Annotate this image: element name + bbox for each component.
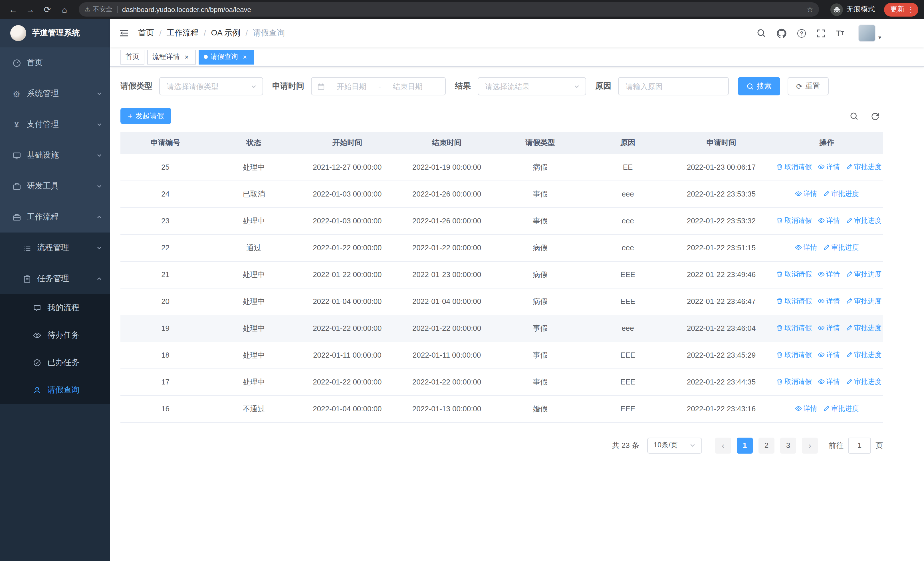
page-size-select[interactable]: 10条/页 [647,437,702,453]
approval-progress-link[interactable]: 审批进度 [846,270,882,279]
sidebar-item-home[interactable]: 首页 [0,47,110,78]
detail-link[interactable]: 详情 [818,350,840,360]
sidebar-item-devtools[interactable]: 研发工具 [0,171,110,202]
end-date-input[interactable] [384,81,431,91]
close-icon[interactable]: × [241,53,249,61]
approval-progress-link[interactable]: 审批进度 [823,404,859,414]
detail-link[interactable]: 详情 [818,377,840,387]
sidebar-item-my-process[interactable]: 我的流程 [0,294,110,322]
browser-home-button[interactable]: ⌂ [57,2,72,17]
reason-input[interactable] [624,81,723,91]
page-button-1[interactable]: 1 [737,437,753,453]
detail-link[interactable]: 详情 [818,323,840,333]
reset-button[interactable]: ⟳ 重置 [788,77,829,95]
approval-progress-link[interactable]: 审批进度 [823,189,859,199]
result-select[interactable] [478,77,586,95]
cancel-leave-link[interactable]: 取消请假 [776,162,812,172]
prev-page-button[interactable]: ‹ [715,437,731,453]
tab-leave-query[interactable]: 请假查询 × [199,50,254,64]
approval-progress-link[interactable]: 审批进度 [846,350,882,360]
sidebar-item-payment[interactable]: ¥ 支付管理 [0,109,110,140]
create-leave-button[interactable]: + 发起请假 [120,108,171,124]
sidebar-collapse-button[interactable] [119,28,129,38]
hamburger-icon [119,28,129,38]
detail-link[interactable]: 详情 [795,189,817,199]
browser-back-button[interactable]: ← [6,2,21,17]
address-bar[interactable]: ⚠ 不安全 dashboard.yudao.iocoder.cn/bpm/oa/… [79,2,819,17]
apply-time-range-picker[interactable]: - [311,77,446,95]
cancel-leave-link[interactable]: 取消请假 [776,350,812,360]
help-icon[interactable]: ? [797,29,806,38]
sidebar-item-infrastructure[interactable]: 基础设施 [0,140,110,171]
table-toolbar: + 发起请假 [120,108,883,124]
detail-link[interactable]: 详情 [795,404,817,414]
toggle-search-icon[interactable] [850,112,858,120]
sidebar-item-task-management[interactable]: 任务管理 [0,263,110,294]
approval-progress-link[interactable]: 审批进度 [846,377,882,387]
cancel-leave-link[interactable]: 取消请假 [776,377,812,387]
sidebar-item-process-management[interactable]: 流程管理 [0,233,110,263]
sidebar-item-workflow[interactable]: 工作流程 [0,202,110,233]
cell-end: 2022-01-11 00:00:00 [397,341,496,368]
cell-id: 19 [120,315,210,341]
user-menu[interactable]: ▾ [858,24,881,42]
detail-link[interactable]: 详情 [795,243,817,253]
sidebar-item-leave-query[interactable]: 请假查询 [0,376,110,404]
start-date-input[interactable] [328,81,375,91]
page-button-2[interactable]: 2 [759,437,774,453]
page-button-3[interactable]: 3 [780,437,796,453]
header-search-icon[interactable] [757,29,766,38]
reason-input-box[interactable] [618,77,729,95]
cancel-leave-link[interactable]: 取消请假 [776,296,812,306]
close-icon[interactable]: × [183,53,190,61]
forward-icon: → [26,5,34,14]
breadcrumb-workflow[interactable]: 工作流程 [166,28,199,38]
eye-icon [795,405,802,412]
approval-progress-link[interactable]: 审批进度 [823,243,859,253]
cancel-leave-link[interactable]: 取消请假 [776,270,812,279]
sidebar-item-todo-tasks[interactable]: 待办任务 [0,322,110,349]
app-logo[interactable]: 芋道管理系统 [0,19,110,47]
trash-icon [776,271,783,278]
detail-link[interactable]: 详情 [818,162,840,172]
sidebar-item-done-tasks[interactable]: 已办任务 [0,349,110,376]
result-select-input[interactable] [484,81,570,91]
detail-link[interactable]: 详情 [818,270,840,279]
security-indicator[interactable]: ⚠ 不安全 [84,5,112,14]
tab-home[interactable]: 首页 [120,50,144,64]
refresh-table-icon[interactable] [871,112,879,120]
fullscreen-icon[interactable] [817,29,825,38]
leave-type-select[interactable] [159,77,263,95]
table-row: 17处理中2022-01-22 00:00:002022-01-22 00:00… [120,368,883,396]
browser-forward-button[interactable]: → [23,2,38,17]
approval-progress-link[interactable]: 审批进度 [846,162,882,172]
search-button[interactable]: 搜索 [738,77,780,95]
approval-progress-link[interactable]: 审批进度 [846,296,882,306]
font-size-icon[interactable]: TT [836,29,844,37]
cell-reason: EEE [584,288,672,315]
tab-process-detail[interactable]: 流程详情 × [147,50,196,64]
browser-update-button[interactable]: 更新 ⋮ [884,3,918,16]
goto-page-input[interactable] [848,437,871,453]
cancel-leave-link[interactable]: 取消请假 [776,323,812,333]
kebab-menu-icon[interactable]: ⋮ [907,6,915,13]
detail-link[interactable]: 详情 [818,216,840,226]
detail-link[interactable]: 详情 [818,296,840,306]
avatar[interactable] [858,24,876,42]
breadcrumb-home[interactable]: 首页 [138,28,154,38]
omnibox-divider [117,6,118,13]
github-icon[interactable] [777,28,786,38]
approval-progress-link[interactable]: 审批进度 [846,216,882,226]
cell-start: 2022-01-03 00:00:00 [297,180,397,208]
browser-reload-button[interactable]: ⟳ [40,2,55,17]
approval-progress-link[interactable]: 审批进度 [846,323,882,333]
cell-apply_time: 2022-01-22 23:46:47 [672,288,771,315]
cancel-leave-link[interactable]: 取消请假 [776,216,812,226]
breadcrumb-oa-example[interactable]: OA 示例 [211,28,240,38]
sidebar-item-label: 系统管理 [27,89,59,99]
leave-type-select-input[interactable] [165,81,247,91]
sidebar-item-system[interactable]: ⚙ 系统管理 [0,78,110,109]
bookmark-star-icon[interactable]: ☆ [807,6,813,13]
next-page-button[interactable]: › [802,437,818,453]
cell-type: 事假 [496,315,584,341]
